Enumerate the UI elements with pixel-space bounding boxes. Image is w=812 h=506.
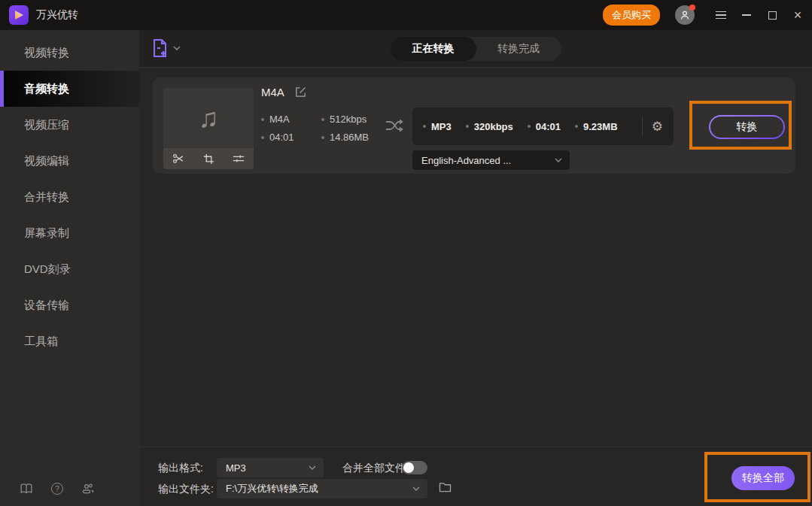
- bullet-dot: [261, 118, 264, 121]
- sidebar-item-video-edit[interactable]: 视频编辑: [0, 143, 139, 179]
- close-button[interactable]: ×: [786, 4, 809, 26]
- sidebar-item-audio-convert[interactable]: 音频转换: [0, 71, 139, 107]
- file-title: M4A: [261, 86, 284, 98]
- chevron-down-icon: [412, 486, 420, 491]
- rename-edit-icon[interactable]: [295, 86, 306, 98]
- source-bitrate: 512kbps: [330, 114, 366, 125]
- maximize-icon: [768, 11, 777, 20]
- toggle-knob: [403, 462, 414, 473]
- chevron-down-icon: [173, 46, 181, 50]
- tab-group: 正在转换 转换完成: [391, 37, 561, 61]
- merge-all-toggle[interactable]: [402, 461, 427, 474]
- main-header: 正在转换 转换完成: [139, 30, 812, 68]
- add-file-button[interactable]: [152, 38, 181, 58]
- source-format: M4A: [269, 114, 290, 125]
- app-logo-icon: [9, 5, 29, 25]
- chevron-down-icon: [555, 158, 562, 162]
- crop-icon[interactable]: [202, 152, 215, 165]
- chevron-down-icon: [309, 465, 316, 470]
- output-format-label: 输出格式:: [158, 458, 203, 477]
- highlight-box-convert-all: [704, 452, 810, 502]
- output-folder-value: F:\万兴优转\转换完成: [226, 482, 412, 495]
- sidebar-item-dvd-burn[interactable]: DVD刻录: [0, 251, 139, 287]
- effects-adjust-icon[interactable]: [232, 152, 245, 165]
- target-bitrate: 320kbps: [474, 121, 513, 132]
- menu-button[interactable]: [710, 4, 732, 26]
- output-format-value: MP3: [226, 462, 309, 474]
- add-file-icon: [152, 38, 168, 58]
- bullet-dot: [575, 125, 578, 128]
- main-area: 正在转换 转换完成 ♫: [139, 30, 812, 506]
- help-icon[interactable]: ?: [51, 483, 63, 495]
- tab-finished[interactable]: 转换完成: [476, 37, 562, 61]
- output-format-dropdown[interactable]: MP3: [217, 458, 324, 477]
- bullet-dot: [466, 125, 469, 128]
- merge-all-label: 合并全部文件: [342, 458, 406, 477]
- source-size: 14.86MB: [330, 132, 369, 143]
- output-folder-dropdown[interactable]: F:\万兴优转\转换完成: [217, 479, 427, 498]
- source-info: M4A 512kbps 04:01 14.86MB: [261, 113, 369, 144]
- trim-scissors-icon[interactable]: [172, 152, 185, 165]
- target-duration: 04:01: [536, 121, 561, 132]
- app-title: 万兴优转: [36, 8, 78, 22]
- bullet-dot: [321, 136, 324, 139]
- music-note-icon: ♫: [163, 88, 254, 148]
- convert-direction-icon: [385, 117, 404, 135]
- sidebar-item-merge-convert[interactable]: 合并转换: [0, 179, 139, 215]
- divider: [642, 116, 643, 137]
- target-settings-strip: MP3 320kbps 04:01 9.23MB ⚙: [412, 108, 674, 145]
- output-folder-label: 输出文件夹:: [158, 479, 214, 498]
- hamburger-icon: [716, 11, 726, 19]
- bullet-dot: [261, 136, 264, 139]
- gear-settings-icon[interactable]: ⚙: [652, 119, 663, 135]
- bullet-dot: [423, 125, 426, 128]
- user-avatar[interactable]: [675, 5, 695, 25]
- sidebar-item-video-compress[interactable]: 视频压缩: [0, 107, 139, 143]
- bullet-dot: [321, 118, 324, 121]
- tab-converting[interactable]: 正在转换: [391, 37, 476, 61]
- title-bar: 万兴优转 会员购买 ×: [0, 0, 812, 30]
- guide-book-icon[interactable]: [20, 482, 33, 495]
- sidebar-item-toolbox[interactable]: 工具箱: [0, 323, 139, 359]
- maximize-button[interactable]: [761, 4, 783, 26]
- target-size: 9.23MB: [583, 121, 618, 132]
- target-format: MP3: [431, 121, 452, 132]
- thumbnail-toolbar: [163, 148, 254, 169]
- source-duration: 04:01: [269, 132, 294, 143]
- bullet-dot: [528, 125, 531, 128]
- minimize-icon: [742, 14, 751, 16]
- minimize-button[interactable]: [735, 4, 758, 26]
- membership-buy-button[interactable]: 会员购买: [603, 5, 660, 26]
- sidebar-item-video-convert[interactable]: 视频转换: [0, 35, 139, 71]
- open-folder-icon[interactable]: [439, 482, 452, 492]
- file-thumbnail: ♫: [163, 88, 254, 169]
- community-icon[interactable]: [81, 482, 95, 495]
- highlight-box-convert: [689, 101, 792, 150]
- voice-language-value: English-Advanced ...: [421, 155, 555, 166]
- notification-dot: [689, 5, 695, 11]
- sidebar: 视频转换 音频转换 视频压缩 视频编辑 合并转换 屏幕录制 DVD刻录 设备传输…: [0, 30, 139, 506]
- voice-language-dropdown[interactable]: English-Advanced ...: [412, 150, 570, 170]
- sidebar-item-device-transfer[interactable]: 设备传输: [0, 287, 139, 323]
- sidebar-item-screen-record[interactable]: 屏幕录制: [0, 215, 139, 251]
